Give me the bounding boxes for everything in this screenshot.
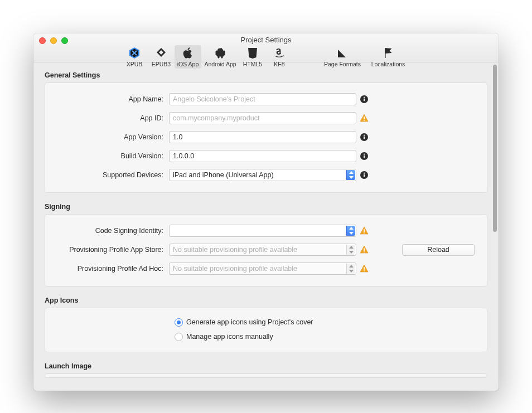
svg-point-19 (364, 251, 365, 252)
warning-icon[interactable] (360, 226, 369, 235)
radio-generate-icons-label: Generate app icons using Project's cover (186, 318, 313, 326)
info-icon[interactable] (360, 133, 369, 142)
info-icon[interactable] (360, 171, 369, 179)
svg-point-3 (364, 97, 365, 98)
app-version-input[interactable] (169, 131, 356, 143)
html5-icon (246, 46, 259, 60)
svg-rect-20 (364, 267, 365, 270)
svg-rect-4 (364, 99, 365, 101)
build-version-label: Build Version: (53, 152, 169, 160)
svg-point-21 (364, 270, 365, 271)
svg-rect-9 (364, 137, 365, 139)
svg-point-11 (364, 154, 365, 155)
code-signing-label: Code Signing Identity: (53, 227, 169, 235)
page-formats-icon (336, 46, 349, 60)
android-icon (214, 46, 227, 60)
settings-window: Project Settings XPUB EPUB3 (33, 33, 499, 391)
svg-point-6 (364, 120, 365, 121)
svg-point-14 (364, 173, 365, 174)
flag-icon (381, 46, 395, 60)
launch-section-title: Launch Image (45, 362, 487, 370)
minimize-window-button[interactable] (50, 37, 57, 44)
icons-section-title: App Icons (45, 297, 487, 304)
warning-icon[interactable] (360, 264, 369, 273)
window-title: Project Settings (33, 33, 499, 44)
profile-appstore-label: Provisioning Profile App Store: (53, 246, 169, 254)
signing-section-title: Signing (45, 203, 487, 211)
svg-rect-16 (364, 229, 365, 232)
select-stepper-icon (346, 264, 355, 274)
close-window-button[interactable] (39, 37, 46, 44)
supported-devices-value: iPad and iPhone (Universal App) (173, 171, 274, 179)
app-id-label: App ID: (53, 114, 169, 122)
titlebar: Project Settings XPUB EPUB3 (33, 33, 499, 62)
svg-rect-15 (364, 174, 365, 177)
epub3-icon (154, 46, 168, 60)
code-signing-select[interactable] (169, 225, 356, 237)
amazon-icon (273, 46, 286, 60)
info-icon[interactable] (360, 152, 369, 161)
profile-adhoc-select[interactable]: No suitable provisioning profile availab… (169, 263, 356, 275)
general-section-title: General Settings (45, 71, 487, 79)
profile-appstore-select[interactable]: No suitable provisioning profile availab… (169, 244, 356, 256)
apple-icon (181, 46, 195, 60)
radio-manual-icons-label: Manage app icons manually (186, 333, 273, 341)
app-id-input[interactable] (169, 112, 356, 124)
profile-appstore-value: No suitable provisioning profile availab… (173, 246, 297, 254)
supported-devices-label: Supported Devices: (53, 171, 169, 179)
profile-adhoc-label: Provisioning Profile Ad Hoc: (53, 265, 169, 273)
general-panel: App Name: App ID: App Version: Build Ver… (45, 82, 487, 193)
warning-icon[interactable] (360, 114, 369, 123)
app-name-input[interactable] (169, 93, 356, 105)
icons-panel: Generate app icons using Project's cover… (45, 308, 487, 352)
svg-point-8 (364, 135, 365, 136)
svg-point-17 (364, 232, 365, 234)
svg-rect-5 (364, 116, 365, 119)
radio-manual-icons[interactable] (175, 333, 183, 341)
info-icon[interactable] (360, 95, 369, 104)
supported-devices-select[interactable]: iPad and iPhone (Universal App) (169, 169, 356, 181)
reload-button[interactable]: Reload (402, 244, 475, 256)
svg-rect-12 (364, 156, 365, 158)
signing-panel: Code Signing Identity: Provisionin (45, 214, 487, 286)
select-stepper-icon (346, 245, 355, 255)
select-stepper-icon (346, 170, 355, 180)
zoom-window-button[interactable] (61, 37, 68, 44)
content-area: General Settings App Name: App ID: App V… (33, 62, 499, 391)
warning-icon[interactable] (360, 245, 369, 254)
profile-adhoc-value: No suitable provisioning profile availab… (173, 265, 297, 273)
app-version-label: App Version: (53, 133, 169, 141)
select-stepper-icon (346, 226, 355, 236)
build-version-input[interactable] (169, 150, 356, 162)
xpub-icon (128, 46, 141, 60)
svg-rect-18 (364, 248, 365, 251)
radio-generate-icons[interactable] (175, 318, 183, 327)
launch-panel (45, 373, 487, 378)
vertical-scrollbar[interactable] (493, 65, 497, 232)
app-name-label: App Name: (53, 95, 169, 103)
